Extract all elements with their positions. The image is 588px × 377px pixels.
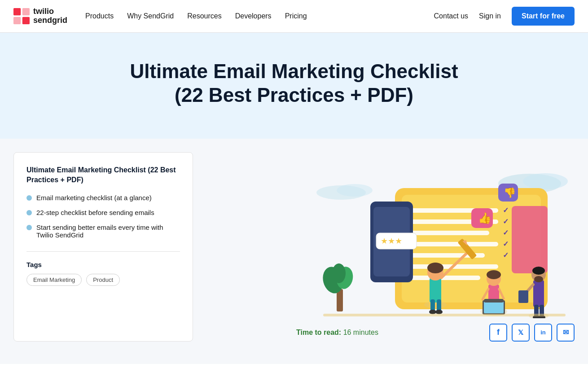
content-area: Ultimate Email Marketing Checklist (22 B… xyxy=(0,139,588,364)
nav-link-resources[interactable]: Resources xyxy=(187,12,221,20)
linkedin-share-button[interactable]: in xyxy=(534,324,552,342)
illustration-area: ✓ ✓ ✓ ✓ ✓ xyxy=(193,152,575,342)
nav-contact-link[interactable]: Contact us xyxy=(434,12,468,20)
svg-rect-38 xyxy=(484,302,504,313)
svg-text:👎: 👎 xyxy=(504,187,516,199)
svg-text:👍: 👍 xyxy=(478,211,491,224)
x-twitter-icon: 𝕏 xyxy=(518,329,523,337)
svg-rect-3 xyxy=(22,17,30,24)
bullet-text-1: Email marketing checklist (at a glance) xyxy=(36,194,152,202)
svg-text:★★★: ★★★ xyxy=(381,237,402,245)
svg-rect-51 xyxy=(518,290,528,303)
svg-rect-12 xyxy=(408,231,489,235)
svg-text:✓: ✓ xyxy=(503,206,509,214)
svg-rect-26 xyxy=(430,278,441,302)
svg-point-35 xyxy=(435,310,443,314)
card-title: Ultimate Email Marketing Checklist (22 B… xyxy=(26,165,180,185)
logo[interactable]: twilio sendgrid xyxy=(13,7,67,25)
time-label: Time to read: xyxy=(296,329,341,336)
linkedin-icon: in xyxy=(540,329,546,336)
bullet-list: Email marketing checklist (at a glance) … xyxy=(26,194,180,239)
svg-rect-46 xyxy=(533,280,544,307)
tags-label: Tags xyxy=(26,261,180,268)
svg-rect-1 xyxy=(22,8,30,15)
svg-text:✓: ✓ xyxy=(503,229,509,237)
nav-signin-link[interactable]: Sign in xyxy=(479,12,501,20)
social-icons: f 𝕏 in ✉ xyxy=(489,324,575,342)
illustration-svg: ✓ ✓ ✓ ✓ ✓ xyxy=(296,157,575,318)
bullet-text-2: 22-step checklist before sending emails xyxy=(36,209,154,216)
nav-link-why-sendgrid[interactable]: Why SendGrid xyxy=(127,12,174,20)
svg-point-34 xyxy=(429,310,436,314)
card-divider xyxy=(26,251,180,252)
hero-section: Ultimate Email Marketing Checklist (22 B… xyxy=(0,33,588,139)
nav-right: Contact us Sign in Start for free xyxy=(434,7,575,26)
svg-point-7 xyxy=(337,184,373,197)
bullet-dot-1 xyxy=(26,195,32,201)
twitter-share-button[interactable]: 𝕏 xyxy=(512,324,530,342)
svg-rect-22 xyxy=(512,206,548,273)
tags-row: Email Marketing Product xyxy=(26,274,180,286)
email-share-button[interactable]: ✉ xyxy=(557,324,575,342)
hero-illustration: ✓ ✓ ✓ ✓ ✓ xyxy=(296,157,575,318)
nav-link-developers[interactable]: Developers xyxy=(235,12,272,20)
list-item: Email marketing checklist (at a glance) xyxy=(26,194,180,202)
facebook-icon: f xyxy=(497,328,500,337)
navbar: twilio sendgrid Products Why SendGrid Re… xyxy=(0,0,588,33)
nav-links: Products Why SendGrid Resources Develope… xyxy=(85,12,434,20)
svg-point-28 xyxy=(427,263,443,273)
svg-rect-0 xyxy=(13,8,21,15)
svg-point-59 xyxy=(332,263,346,283)
svg-point-48 xyxy=(534,276,543,282)
facebook-share-button[interactable]: f xyxy=(489,324,507,342)
nav-link-products[interactable]: Products xyxy=(85,12,114,20)
bottom-row: Time to read: 16 minutes f 𝕏 in ✉ xyxy=(296,324,575,342)
svg-point-49 xyxy=(532,267,545,275)
svg-rect-66 xyxy=(323,314,566,316)
svg-text:✓: ✓ xyxy=(503,251,509,259)
bullet-dot-3 xyxy=(26,225,32,230)
email-icon: ✉ xyxy=(563,328,569,337)
hero-title: Ultimate Email Marketing Checklist (22 B… xyxy=(123,60,465,107)
bullet-dot-2 xyxy=(26,210,32,215)
toc-card: Ultimate Email Marketing Checklist (22 B… xyxy=(13,152,193,342)
nav-container: twilio sendgrid Products Why SendGrid Re… xyxy=(0,0,588,32)
svg-text:✓: ✓ xyxy=(503,218,509,225)
tag-product[interactable]: Product xyxy=(86,274,120,286)
time-to-read: Time to read: 16 minutes xyxy=(296,329,378,337)
svg-point-5 xyxy=(523,173,568,189)
nav-link-pricing[interactable]: Pricing xyxy=(285,12,307,20)
svg-rect-2 xyxy=(13,17,21,24)
svg-text:✓: ✓ xyxy=(503,240,509,248)
list-item: Start sending better emails every time w… xyxy=(26,224,180,239)
time-value: 16 minutes xyxy=(343,329,378,336)
logo-icon xyxy=(13,8,30,24)
list-item: 22-step checklist before sending emails xyxy=(26,209,180,216)
bullet-text-3: Start sending better emails every time w… xyxy=(36,224,180,239)
svg-rect-44 xyxy=(484,299,504,302)
svg-point-41 xyxy=(487,270,501,279)
logo-text: twilio sendgrid xyxy=(33,7,67,25)
svg-rect-13 xyxy=(408,242,498,246)
tag-email-marketing[interactable]: Email Marketing xyxy=(26,274,82,286)
start-for-free-button[interactable]: Start for free xyxy=(512,7,575,26)
